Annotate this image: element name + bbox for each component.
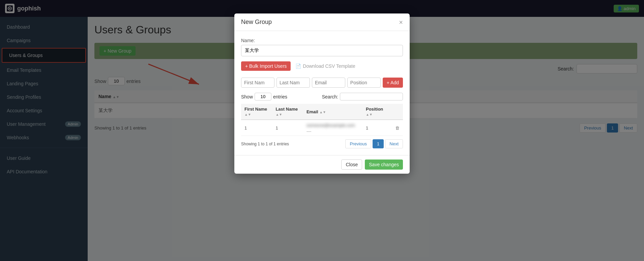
bulk-import-label: + Bulk Import Users xyxy=(245,63,287,69)
modal-header: New Group × xyxy=(234,13,410,31)
modal-entries-input[interactable] xyxy=(255,93,271,100)
modal-cell-position: 1 xyxy=(362,120,392,136)
modal-pagination-row: Showing 1 to 1 of 1 entries Previous 1 N… xyxy=(241,139,403,148)
modal-page-1-button[interactable]: 1 xyxy=(373,139,384,148)
modal-title: New Group xyxy=(241,19,272,26)
modal-table-container: First Name ▲▼ Last Name ▲▼ Email ▲▼ Posi… xyxy=(241,104,403,136)
modal-col-email[interactable]: Email ▲▼ xyxy=(303,104,362,120)
modal-col-action xyxy=(392,104,403,120)
modal-close-button[interactable]: × xyxy=(399,19,403,26)
bulk-import-button[interactable]: + Bulk Import Users xyxy=(241,61,291,71)
modal-col-last-name[interactable]: Last Name ▲▼ xyxy=(272,104,303,120)
modal-overlay: New Group × Name: + Bulk Import Users 📄 … xyxy=(0,0,644,261)
modal-next-button[interactable]: Next xyxy=(385,139,403,148)
csv-template-button[interactable]: 📄 Download CSV Template xyxy=(294,62,356,70)
sort-first-name: ▲▼ xyxy=(244,113,251,116)
modal-showing-text: Showing 1 to 1 of 1 entries xyxy=(241,142,289,146)
last-name-input[interactable] xyxy=(276,78,310,88)
email-input[interactable] xyxy=(312,78,345,88)
modal-cell-email: someone@example.com .... xyxy=(303,120,362,136)
position-input[interactable] xyxy=(347,78,381,88)
modal-prev-button[interactable]: Previous xyxy=(345,139,371,148)
csv-template-label: Download CSV Template xyxy=(303,63,355,69)
sort-email: ▲▼ xyxy=(319,110,326,114)
modal-show-label: Show xyxy=(241,94,253,99)
modal-cell-first-name: 1 xyxy=(241,120,272,136)
sort-position: ▲▼ xyxy=(366,113,373,116)
new-group-modal: New Group × Name: + Bulk Import Users 📄 … xyxy=(234,13,410,174)
csv-icon: 📄 xyxy=(295,63,301,69)
modal-save-button[interactable]: Save changes xyxy=(365,160,403,170)
import-row: + Bulk Import Users 📄 Download CSV Templ… xyxy=(241,61,403,71)
modal-datatable-controls: Show entries Search: xyxy=(241,93,403,100)
modal-search-input[interactable] xyxy=(340,93,403,100)
email-dots: .... xyxy=(306,128,311,133)
email-blurred: someone@example.com xyxy=(306,123,355,128)
modal-close-footer-button[interactable]: Close xyxy=(341,160,362,170)
add-user-row: + Add xyxy=(241,78,403,88)
sort-last-name: ▲▼ xyxy=(275,113,282,116)
modal-pagination: Previous 1 Next xyxy=(345,139,403,148)
modal-entries-label: entries xyxy=(273,94,287,99)
add-user-button[interactable]: + Add xyxy=(383,78,403,88)
group-name-input[interactable] xyxy=(241,45,403,56)
modal-search-label: Search: xyxy=(322,94,338,99)
add-btn-label: + Add xyxy=(387,80,399,85)
modal-cell-delete: 🗑 xyxy=(392,120,403,136)
modal-table: First Name ▲▼ Last Name ▲▼ Email ▲▼ Posi… xyxy=(241,104,403,136)
name-form-group: Name: xyxy=(241,38,403,56)
modal-col-position[interactable]: Position ▲▼ xyxy=(362,104,392,120)
name-label: Name: xyxy=(241,38,403,43)
first-name-input[interactable] xyxy=(241,78,274,88)
modal-cell-last-name: 1 xyxy=(272,120,303,136)
delete-row-icon[interactable]: 🗑 xyxy=(395,125,400,130)
modal-table-row: 1 1 someone@example.com .... 1 🗑 xyxy=(241,120,403,136)
modal-footer: Close Save changes xyxy=(234,155,410,174)
modal-col-first-name[interactable]: First Name ▲▼ xyxy=(241,104,272,120)
modal-body: Name: + Bulk Import Users 📄 Download CSV… xyxy=(234,31,410,155)
